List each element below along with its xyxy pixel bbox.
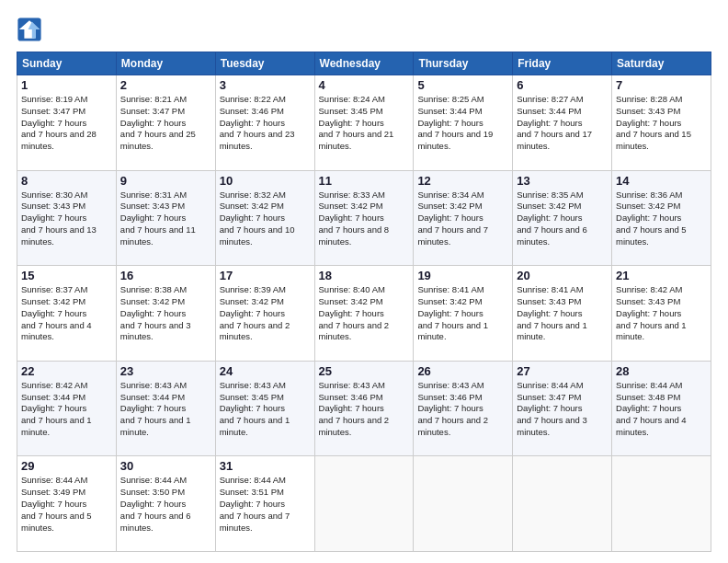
day-number: 4 — [319, 78, 410, 92]
calendar-cell: 2 Sunrise: 8:21 AM Sunset: 3:47 PM Dayli… — [116, 75, 215, 171]
calendar-cell — [414, 456, 513, 552]
logo — [17, 17, 46, 42]
day-info: Sunrise: 8:44 AM Sunset: 3:47 PM Dayligh… — [517, 380, 608, 439]
day-number: 26 — [417, 364, 508, 378]
day-info: Sunrise: 8:42 AM Sunset: 3:43 PM Dayligh… — [616, 284, 707, 343]
calendar-cell: 31 Sunrise: 8:44 AM Sunset: 3:51 PM Dayl… — [215, 456, 314, 552]
day-info: Sunrise: 8:42 AM Sunset: 3:44 PM Dayligh… — [21, 380, 112, 439]
day-info: Sunrise: 8:27 AM Sunset: 3:44 PM Dayligh… — [517, 94, 608, 153]
day-info: Sunrise: 8:19 AM Sunset: 3:47 PM Dayligh… — [21, 94, 112, 153]
day-number: 22 — [21, 364, 112, 378]
day-info: Sunrise: 8:43 AM Sunset: 3:46 PM Dayligh… — [417, 380, 508, 439]
day-info: Sunrise: 8:28 AM Sunset: 3:43 PM Dayligh… — [616, 94, 707, 153]
col-header-sunday: Sunday — [17, 52, 117, 75]
day-number: 15 — [21, 269, 112, 282]
day-info: Sunrise: 8:43 AM Sunset: 3:45 PM Dayligh… — [220, 380, 311, 439]
day-number: 19 — [417, 269, 508, 282]
day-number: 6 — [517, 78, 608, 92]
calendar-cell: 6 Sunrise: 8:27 AM Sunset: 3:44 PM Dayli… — [513, 75, 612, 171]
col-header-monday: Monday — [116, 52, 215, 75]
day-number: 8 — [21, 174, 112, 188]
calendar-cell: 10 Sunrise: 8:32 AM Sunset: 3:42 PM Dayl… — [215, 170, 314, 266]
day-info: Sunrise: 8:33 AM Sunset: 3:42 PM Dayligh… — [319, 190, 410, 248]
day-info: Sunrise: 8:40 AM Sunset: 3:42 PM Dayligh… — [319, 284, 410, 343]
calendar-cell: 9 Sunrise: 8:31 AM Sunset: 3:43 PM Dayli… — [116, 170, 215, 266]
calendar-cell — [314, 456, 414, 552]
day-info: Sunrise: 8:43 AM Sunset: 3:46 PM Dayligh… — [319, 380, 410, 439]
day-info: Sunrise: 8:34 AM Sunset: 3:42 PM Dayligh… — [417, 190, 508, 248]
day-number: 2 — [120, 78, 211, 92]
col-header-wednesday: Wednesday — [314, 52, 414, 75]
calendar-cell: 11 Sunrise: 8:33 AM Sunset: 3:42 PM Dayl… — [314, 170, 414, 266]
day-number: 18 — [319, 269, 410, 282]
calendar-cell: 28 Sunrise: 8:44 AM Sunset: 3:48 PM Dayl… — [612, 361, 711, 456]
day-info: Sunrise: 8:44 AM Sunset: 3:51 PM Dayligh… — [220, 475, 311, 534]
day-number: 30 — [120, 459, 211, 473]
day-info: Sunrise: 8:21 AM Sunset: 3:47 PM Dayligh… — [120, 94, 211, 153]
day-info: Sunrise: 8:39 AM Sunset: 3:42 PM Dayligh… — [220, 284, 311, 343]
calendar-cell: 13 Sunrise: 8:35 AM Sunset: 3:42 PM Dayl… — [513, 170, 612, 266]
day-info: Sunrise: 8:22 AM Sunset: 3:46 PM Dayligh… — [220, 94, 311, 153]
calendar-cell: 26 Sunrise: 8:43 AM Sunset: 3:46 PM Dayl… — [414, 361, 513, 456]
calendar-cell: 16 Sunrise: 8:38 AM Sunset: 3:42 PM Dayl… — [116, 266, 215, 362]
day-info: Sunrise: 8:24 AM Sunset: 3:45 PM Dayligh… — [319, 94, 410, 153]
calendar-cell: 7 Sunrise: 8:28 AM Sunset: 3:43 PM Dayli… — [612, 75, 711, 171]
day-number: 12 — [417, 174, 508, 188]
day-info: Sunrise: 8:31 AM Sunset: 3:43 PM Dayligh… — [120, 190, 211, 248]
logo-icon — [17, 17, 42, 42]
day-info: Sunrise: 8:36 AM Sunset: 3:42 PM Dayligh… — [616, 190, 707, 248]
calendar-table: SundayMondayTuesdayWednesdayThursdayFrid… — [17, 52, 711, 552]
day-number: 3 — [220, 78, 311, 92]
calendar-cell: 15 Sunrise: 8:37 AM Sunset: 3:42 PM Dayl… — [17, 266, 117, 362]
calendar-cell — [513, 456, 612, 552]
day-number: 5 — [417, 78, 508, 92]
day-info: Sunrise: 8:44 AM Sunset: 3:48 PM Dayligh… — [616, 380, 707, 439]
calendar-cell: 27 Sunrise: 8:44 AM Sunset: 3:47 PM Dayl… — [513, 361, 612, 456]
calendar-cell: 12 Sunrise: 8:34 AM Sunset: 3:42 PM Dayl… — [414, 170, 513, 266]
day-info: Sunrise: 8:41 AM Sunset: 3:43 PM Dayligh… — [517, 284, 608, 343]
calendar-cell: 23 Sunrise: 8:43 AM Sunset: 3:44 PM Dayl… — [116, 361, 215, 456]
day-info: Sunrise: 8:38 AM Sunset: 3:42 PM Dayligh… — [120, 284, 211, 343]
day-number: 28 — [616, 364, 707, 378]
day-number: 29 — [21, 459, 112, 473]
calendar-cell: 18 Sunrise: 8:40 AM Sunset: 3:42 PM Dayl… — [314, 266, 414, 362]
calendar-cell: 3 Sunrise: 8:22 AM Sunset: 3:46 PM Dayli… — [215, 75, 314, 171]
calendar-cell: 20 Sunrise: 8:41 AM Sunset: 3:43 PM Dayl… — [513, 266, 612, 362]
calendar-cell: 8 Sunrise: 8:30 AM Sunset: 3:43 PM Dayli… — [17, 170, 117, 266]
calendar-cell: 24 Sunrise: 8:43 AM Sunset: 3:45 PM Dayl… — [215, 361, 314, 456]
day-number: 7 — [616, 78, 707, 92]
day-number: 27 — [517, 364, 608, 378]
day-number: 24 — [220, 364, 311, 378]
day-number: 17 — [220, 269, 311, 282]
day-info: Sunrise: 8:41 AM Sunset: 3:42 PM Dayligh… — [417, 284, 508, 343]
calendar-cell: 25 Sunrise: 8:43 AM Sunset: 3:46 PM Dayl… — [314, 361, 414, 456]
col-header-friday: Friday — [513, 52, 612, 75]
calendar-cell: 17 Sunrise: 8:39 AM Sunset: 3:42 PM Dayl… — [215, 266, 314, 362]
calendar-cell: 21 Sunrise: 8:42 AM Sunset: 3:43 PM Dayl… — [612, 266, 711, 362]
header — [17, 17, 711, 42]
calendar-cell: 29 Sunrise: 8:44 AM Sunset: 3:49 PM Dayl… — [17, 456, 117, 552]
day-number: 10 — [220, 174, 311, 188]
calendar-cell: 5 Sunrise: 8:25 AM Sunset: 3:44 PM Dayli… — [414, 75, 513, 171]
day-number: 31 — [220, 459, 311, 473]
day-number: 21 — [616, 269, 707, 282]
day-number: 13 — [517, 174, 608, 188]
day-info: Sunrise: 8:44 AM Sunset: 3:49 PM Dayligh… — [21, 475, 112, 534]
day-number: 16 — [120, 269, 211, 282]
calendar-cell: 19 Sunrise: 8:41 AM Sunset: 3:42 PM Dayl… — [414, 266, 513, 362]
day-number: 11 — [319, 174, 410, 188]
col-header-saturday: Saturday — [612, 52, 711, 75]
day-info: Sunrise: 8:30 AM Sunset: 3:43 PM Dayligh… — [21, 190, 112, 248]
day-info: Sunrise: 8:32 AM Sunset: 3:42 PM Dayligh… — [220, 190, 311, 248]
col-header-tuesday: Tuesday — [215, 52, 314, 75]
calendar-cell: 4 Sunrise: 8:24 AM Sunset: 3:45 PM Dayli… — [314, 75, 414, 171]
day-number: 23 — [120, 364, 211, 378]
day-info: Sunrise: 8:35 AM Sunset: 3:42 PM Dayligh… — [517, 190, 608, 248]
day-number: 20 — [517, 269, 608, 282]
calendar-cell: 1 Sunrise: 8:19 AM Sunset: 3:47 PM Dayli… — [17, 75, 117, 171]
day-number: 9 — [120, 174, 211, 188]
calendar-cell — [612, 456, 711, 552]
day-number: 1 — [21, 78, 112, 92]
page: SundayMondayTuesdayWednesdayThursdayFrid… — [0, 0, 728, 563]
day-number: 25 — [319, 364, 410, 378]
